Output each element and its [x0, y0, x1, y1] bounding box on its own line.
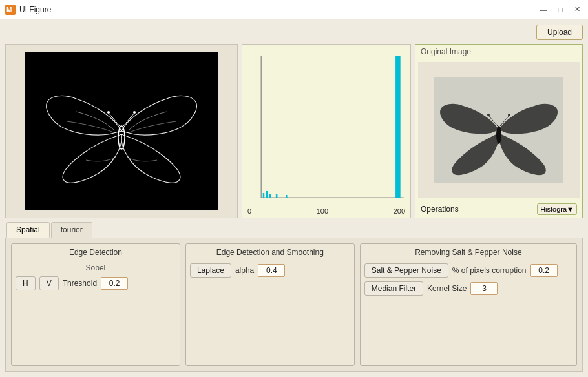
maximize-button[interactable]: □ — [554, 4, 566, 15]
window-title: UI Figure — [19, 5, 51, 14]
alpha-label: alpha — [235, 266, 254, 275]
x-label-0: 0 — [247, 207, 251, 215]
svg-rect-11 — [263, 193, 265, 198]
histogram-chart — [245, 52, 408, 207]
h-button[interactable]: H — [16, 276, 36, 290]
app-icon: M — [5, 5, 16, 15]
v-button[interactable]: V — [39, 276, 59, 290]
svg-rect-10 — [395, 56, 401, 198]
tab-fourier[interactable]: fourier — [51, 222, 92, 238]
alpha-input[interactable] — [258, 264, 285, 277]
salt-pepper-button[interactable]: Salt & Pepper Noise — [364, 263, 448, 278]
svg-point-21 — [508, 114, 510, 116]
window-controls: — □ ✕ — [538, 0, 583, 19]
original-butterfly-svg — [434, 77, 563, 183]
svg-rect-13 — [269, 194, 271, 198]
svg-rect-7 — [245, 52, 408, 204]
upload-button[interactable]: Upload — [536, 25, 583, 40]
svg-rect-14 — [276, 194, 278, 198]
top-panels: 0 100 200 Original Image — [5, 44, 583, 218]
original-panel-footer: Operations Histogra▼ — [415, 201, 582, 218]
histogram-x-labels: 0 100 200 — [245, 207, 408, 215]
threshold-input[interactable] — [101, 277, 128, 290]
title-bar: M UI Figure — □ ✕ — [0, 0, 588, 19]
tabs-row: Spatial fourier — [5, 222, 583, 238]
svg-point-20 — [487, 114, 490, 116]
laplace-button[interactable]: Laplace — [190, 263, 231, 278]
minimize-button[interactable]: — — [538, 4, 549, 15]
upload-row: Upload — [5, 25, 583, 40]
svg-point-5 — [107, 111, 110, 114]
processed-image-panel — [5, 44, 238, 218]
threshold-label: Threshold — [63, 279, 97, 288]
x-label-100: 100 — [317, 207, 328, 215]
corruption-label: % of pixels corruption — [452, 266, 527, 275]
edge-detection-controls: H V Threshold — [16, 276, 176, 290]
histogram-dropdown[interactable]: Histogra▼ — [537, 203, 577, 215]
edge-smoothing-group: Edge Detection and Smoothing Laplace alp… — [185, 243, 355, 366]
edge-smoothing-controls: Laplace alpha — [190, 263, 350, 278]
original-image-area — [418, 62, 580, 198]
original-image-panel: Original Image — [415, 44, 583, 218]
bottom-section: Spatial fourier Edge Detection Sobel H V… — [5, 222, 583, 372]
svg-line-3 — [109, 113, 120, 126]
main-content: Upload — [0, 19, 588, 377]
salt-pepper-title: Removing Salt & Pepper Noise — [364, 248, 572, 257]
butterfly-svg — [37, 60, 205, 202]
svg-point-6 — [133, 111, 136, 114]
svg-point-17 — [496, 126, 501, 144]
corruption-input[interactable] — [530, 264, 558, 277]
svg-line-4 — [123, 113, 134, 126]
edge-detection-group: Edge Detection Sobel H V Threshold — [11, 243, 180, 366]
histogram-svg — [245, 52, 408, 207]
salt-pepper-group: Removing Salt & Pepper Noise Salt & Pepp… — [360, 243, 577, 366]
edge-smoothing-title: Edge Detection and Smoothing — [190, 248, 350, 257]
svg-text:M: M — [6, 6, 12, 14]
close-button[interactable]: ✕ — [571, 4, 583, 15]
controls-area: Edge Detection Sobel H V Threshold Edge … — [5, 238, 583, 372]
svg-rect-15 — [286, 195, 288, 198]
sobel-label: Sobel — [16, 263, 176, 272]
kernel-input[interactable] — [470, 282, 498, 295]
salt-pepper-controls-bottom: Median Filter Kernel Size — [364, 281, 572, 296]
original-panel-title: Original Image — [415, 45, 582, 59]
tab-spatial[interactable]: Spatial — [6, 222, 50, 238]
salt-pepper-controls-top: Salt & Pepper Noise % of pixels corrupti… — [364, 263, 572, 278]
operations-label: Operations — [421, 205, 459, 214]
x-label-200: 200 — [394, 207, 405, 215]
edge-detection-title: Edge Detection — [16, 248, 176, 257]
histogram-panel: 0 100 200 — [242, 44, 411, 218]
butterfly-canvas — [25, 52, 218, 210]
svg-rect-12 — [266, 191, 268, 198]
kernel-label: Kernel Size — [427, 284, 467, 293]
median-filter-button[interactable]: Median Filter — [364, 281, 423, 296]
